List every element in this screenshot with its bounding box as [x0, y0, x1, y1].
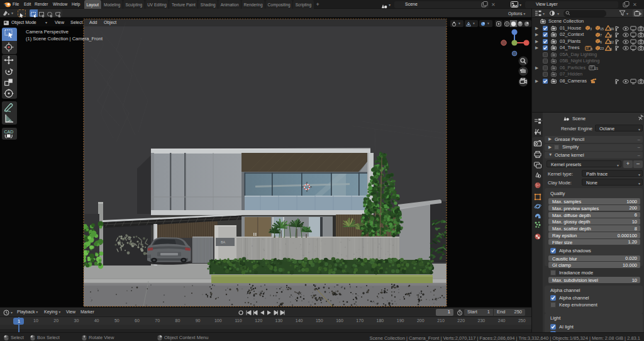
svg-text:8A: 8A	[221, 240, 225, 244]
svg-text:CAD: CAD	[4, 130, 14, 134]
